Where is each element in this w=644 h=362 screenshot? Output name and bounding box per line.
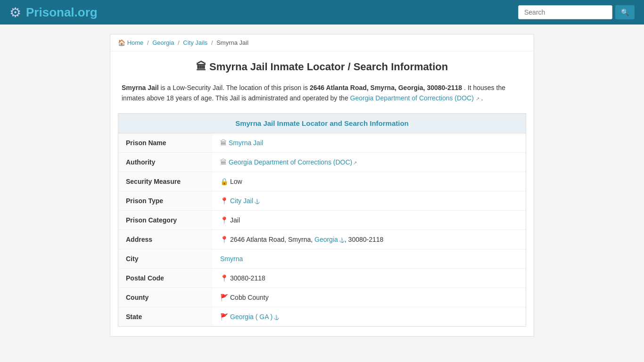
prison-icon: 🏛: [220, 139, 227, 147]
address-text-1: 2646 Atlanta Road, Smyrna,: [230, 236, 314, 243]
postal-code-value: 30080-2118: [230, 274, 265, 282]
logo-main: Prisonal: [26, 5, 74, 19]
state-icon: 🚩: [220, 313, 228, 321]
logo-icon: ⚙: [9, 5, 21, 20]
table-row: State 🚩Georgia ( GA )⚓: [118, 307, 526, 326]
site-header: ⚙ Prisonal.org 🔍: [0, 0, 644, 25]
table-row: Prison Category 📍Jail: [118, 210, 526, 230]
table-row: Prison Name 🏛Smyrna Jail: [118, 133, 526, 153]
ext-icon3: ⚓: [339, 238, 345, 243]
breadcrumb-current: Smyrna Jail: [216, 39, 248, 46]
authority-value-link[interactable]: Georgia Department of Corrections (DOC): [229, 158, 352, 166]
state-link[interactable]: Georgia ( GA ): [230, 313, 272, 321]
info-table: Prison Name 🏛Smyrna Jail Authority 🏛Geor…: [118, 133, 526, 326]
label-prison-category: Prison Category: [118, 210, 213, 230]
info-section: Smyrna Jail Inmate Locator and Search In…: [118, 113, 526, 327]
postal-icon: 📍: [220, 274, 228, 282]
info-section-title: Smyrna Jail Inmate Locator and Search In…: [118, 114, 526, 133]
table-row: Authority 🏛Georgia Department of Correct…: [118, 152, 526, 172]
search-input[interactable]: [518, 5, 612, 19]
label-security: Security Measure: [118, 172, 213, 191]
prison-category-value: Jail: [230, 216, 240, 224]
ext-icon: ↗: [353, 160, 357, 165]
breadcrumb-georgia[interactable]: Georgia: [152, 39, 174, 46]
desc-text-3: .: [481, 94, 483, 102]
breadcrumb: 🏠 Home / Georgia / City Jails / Smyrna J…: [110, 34, 534, 51]
search-area: 🔍: [518, 5, 635, 19]
label-county: County: [118, 288, 213, 307]
label-city: City: [118, 249, 213, 268]
ext-icon2: ⚓: [254, 199, 260, 204]
table-row: Prison Type 📍City Jail⚓: [118, 191, 526, 210]
table-row: Security Measure 🔒Low: [118, 172, 526, 191]
table-row: City Smyrna: [118, 249, 526, 268]
city-link[interactable]: Smyrna: [220, 255, 243, 263]
table-row: Postal Code 📍30080-2118: [118, 268, 526, 288]
label-authority: Authority: [118, 152, 213, 172]
table-row: Address 📍2646 Atlanta Road, Smyrna, Geor…: [118, 230, 526, 249]
search-button[interactable]: 🔍: [615, 5, 635, 19]
county-value: Cobb County: [230, 294, 269, 301]
main-content: 🏠 Home / Georgia / City Jails / Smyrna J…: [110, 34, 534, 337]
county-icon: 🚩: [220, 294, 228, 301]
security-value: Low: [230, 178, 242, 185]
label-postal-code: Postal Code: [118, 268, 213, 288]
label-state: State: [118, 307, 213, 326]
label-address: Address: [118, 230, 213, 249]
prison-icon: 🏛: [196, 61, 206, 73]
page-title: 🏛 Smyrna Jail Inmate Locator / Search In…: [110, 51, 534, 78]
logo-accent: .org: [74, 5, 98, 19]
description: Smyrna Jail is a Low-Security Jail. The …: [110, 78, 534, 113]
prison-type-link[interactable]: City Jail: [230, 197, 253, 205]
authority-icon: 🏛: [220, 158, 227, 166]
category-icon: 📍: [220, 216, 228, 224]
label-prison-type: Prison Type: [118, 191, 213, 210]
prison-name-bold: Smyrna Jail: [122, 84, 159, 91]
ext-icon4: ⚓: [273, 315, 279, 320]
authority-link[interactable]: Georgia Department of Corrections (DOC): [350, 94, 474, 102]
logo-area: ⚙ Prisonal.org: [9, 5, 98, 20]
prison-address-bold: 2646 Atlanta Road, Smyrna, Georgia, 3008…: [310, 84, 462, 91]
table-row: County 🚩Cobb County: [118, 288, 526, 307]
breadcrumb-home[interactable]: Home: [127, 39, 144, 46]
logo-text: Prisonal.org: [26, 5, 98, 20]
lock-icon: 🔒: [220, 178, 228, 185]
state-link-in-address[interactable]: Georgia: [314, 236, 338, 243]
home-icon: 🏠: [118, 39, 125, 46]
address-icon: 📍: [220, 236, 228, 243]
prison-name-link[interactable]: Smyrna Jail: [229, 139, 263, 147]
label-prison-name: Prison Name: [118, 133, 213, 153]
breadcrumb-city-jails[interactable]: City Jails: [183, 39, 207, 46]
desc-text-1: is a Low-Security Jail. The location of …: [161, 84, 310, 91]
address-text-2: , 30080-2118: [345, 236, 384, 243]
ext-link-icon: ↗: [476, 96, 479, 101]
location-icon: 📍: [220, 197, 228, 205]
